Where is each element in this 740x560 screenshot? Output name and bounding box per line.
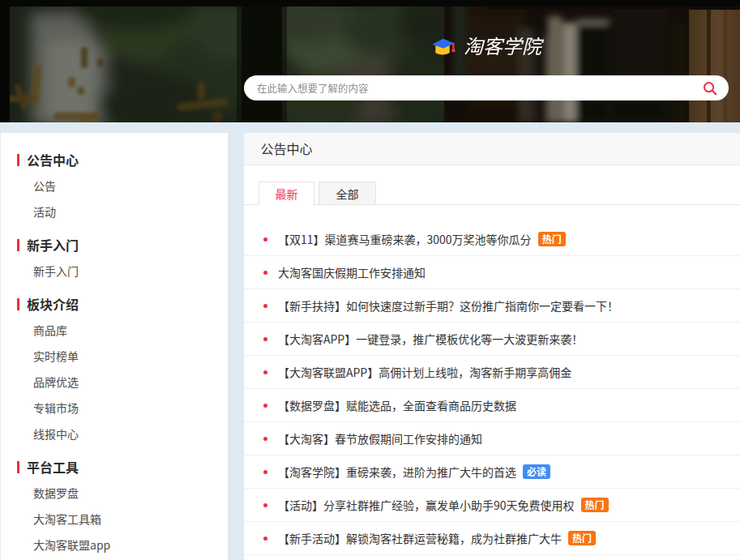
- menu-大淘客联盟app[interactable]: 大淘客联盟app: [1, 532, 228, 558]
- page: 淘客学院 公告中心 公告 活动 新手入门 新手入门 板块介绍 商品库 实: [0, 0, 740, 560]
- news-9[interactable]: 【活动】分享社群推广经验，赢发单小助手90天免费使用权热门: [244, 489, 740, 522]
- menu-group-板块介绍: 板块介绍 商品库 实时榜单 品牌优选 专辑市场 线报中心: [1, 291, 228, 447]
- logo-text: 淘客学院: [464, 32, 541, 58]
- menu-大淘客工具箱[interactable]: 大淘客工具箱: [1, 506, 228, 532]
- menu-平台工具: 平台工具: [1, 454, 228, 480]
- search-button[interactable]: [703, 75, 729, 100]
- tab-最新[interactable]: 最新: [259, 182, 314, 206]
- news-3[interactable]: 【新手扶持】如何快速度过新手期？这份推广指南你一定要看一下！: [244, 289, 740, 323]
- menu-线报中心[interactable]: 线报中心: [1, 421, 228, 447]
- news-8[interactable]: 【淘客学院】重磅来袭，进阶为推广大牛的首选必读: [244, 455, 740, 489]
- menu-group-公告中心: 公告中心 公告 活动: [1, 147, 228, 224]
- sidebar: 公告中心 公告 活动 新手入门 新手入门 板块介绍 商品库 实时榜单 品牌优选 …: [1, 133, 228, 560]
- news-6[interactable]: 【数据罗盘】赋能选品，全面查看商品历史数据: [244, 389, 740, 422]
- menu-品牌优选[interactable]: 品牌优选: [1, 369, 228, 395]
- menu-实时榜单[interactable]: 实时榜单: [1, 343, 228, 369]
- menu-专辑市场[interactable]: 专辑市场: [1, 395, 228, 421]
- content-title: 公告中心: [244, 133, 740, 165]
- menu-活动[interactable]: 活动: [1, 199, 228, 224]
- search-bar: [244, 75, 729, 100]
- news-5[interactable]: 【大淘客联盟APP】高佣计划上线啦，淘客新手期享高佣金: [244, 356, 740, 389]
- news-2[interactable]: 大淘客国庆假期工作安排通知: [244, 256, 740, 289]
- menu-公告[interactable]: 公告: [1, 173, 228, 199]
- news-list: 【双11】渠道赛马重磅来袭，3000万奖池等你瓜分热门 大淘客国庆假期工作安排通…: [244, 223, 740, 555]
- logo-icon: [428, 32, 457, 58]
- content: 公告中心 最新全部 【双11】渠道赛马重磅来袭，3000万奖池等你瓜分热门 大淘…: [244, 133, 740, 560]
- news-10[interactable]: 【新手活动】解锁淘客社群运营秘籍，成为社群推广大牛热门: [244, 522, 740, 555]
- hero: 淘客学院: [0, 0, 740, 122]
- menu-group-平台工具: 平台工具 数据罗盘 大淘客工具箱 大淘客联盟app: [1, 454, 228, 558]
- menu-group-新手入门: 新手入门 新手入门: [1, 232, 228, 284]
- logo: 淘客学院: [428, 32, 541, 62]
- menu-公告中心: 公告中心: [1, 147, 228, 173]
- tabs: 最新全部: [244, 182, 740, 205]
- menu-数据罗盘[interactable]: 数据罗盘: [1, 480, 228, 506]
- news-1[interactable]: 【双11】渠道赛马重磅来袭，3000万奖池等你瓜分热门: [244, 223, 740, 256]
- news-4[interactable]: 【大淘客APP】一键登录，推广模板优化等一大波更新来袭！: [244, 323, 740, 356]
- menu-商品库[interactable]: 商品库: [1, 317, 228, 343]
- search-input[interactable]: [244, 80, 703, 96]
- menu-板块介绍: 板块介绍: [1, 291, 228, 317]
- news-7[interactable]: 【大淘客】春节放假期间工作安排的通知: [244, 422, 740, 455]
- menu-新手入门: 新手入门: [1, 232, 228, 258]
- tab-全部[interactable]: 全部: [319, 182, 376, 205]
- menu-新手入门-item[interactable]: 新手入门: [1, 258, 228, 284]
